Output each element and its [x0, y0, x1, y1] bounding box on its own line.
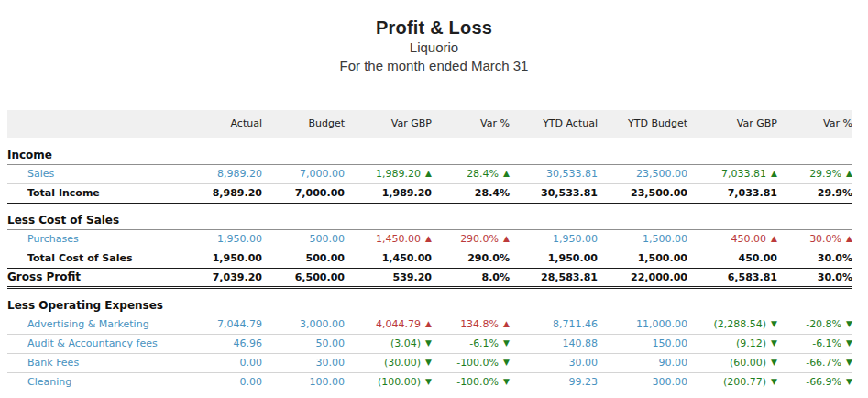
- cell-purchases-ytd-var-pct: 30.0%▲: [777, 229, 852, 249]
- cell-purchases-ytd-var-gbp: 450.00▲: [687, 229, 777, 249]
- value-ytd-var-pct: 29.9%: [818, 187, 852, 199]
- value-var-pct: -100.0%: [456, 357, 499, 369]
- column-header-ytd-budget: YTD Budget: [598, 110, 687, 138]
- cell-gross-profit-ytd-var-pct: 30.0%: [777, 268, 852, 287]
- row-purchases: Purchases1,950.00500.001,450.00▲290.0%▲1…: [7, 229, 852, 249]
- down-arrow-icon: ▼: [771, 378, 777, 386]
- cell-cleaning-actual[interactable]: 0.00: [204, 372, 262, 392]
- cell-advertising-marketing-ytd-actual[interactable]: 8,711.46: [510, 315, 598, 334]
- value-budget: 500.00: [310, 233, 346, 245]
- value-var-gbp: 1,989.20: [376, 168, 421, 180]
- cell-total-cost-of-sales-ytd-var-gbp: 450.00: [687, 249, 777, 268]
- cell-sales-actual[interactable]: 8,989.20: [204, 164, 262, 183]
- cell-gross-profit-budget: 6,500.00: [262, 268, 345, 287]
- value-budget: 50.00: [316, 337, 346, 349]
- up-arrow-icon: ▲: [846, 170, 852, 178]
- cell-audit-accountancy-fees-ytd-var-gbp: (9.12)▼: [687, 334, 777, 353]
- account-link-advertising-marketing[interactable]: Advertising & Marketing: [7, 315, 204, 334]
- value-budget: 30.00: [316, 357, 346, 369]
- cell-sales-ytd-actual[interactable]: 30,533.81: [510, 164, 598, 183]
- cell-purchases-budget[interactable]: 500.00: [262, 229, 345, 249]
- total-label-total-cost-of-sales: Total Cost of Sales: [7, 249, 204, 268]
- row-bank-fees: Bank Fees0.0030.00(30.00)▼-100.0%▼30.009…: [7, 353, 852, 372]
- cell-gross-profit-ytd-budget: 22,000.00: [598, 268, 687, 287]
- value-ytd-var-pct: 30.0%: [818, 252, 852, 264]
- down-arrow-icon: ▼: [846, 378, 852, 386]
- report-title: Profit & Loss: [0, 17, 868, 39]
- cell-sales-ytd-budget[interactable]: 23,500.00: [598, 164, 687, 183]
- cell-total-income-ytd-actual: 30,533.81: [510, 183, 598, 203]
- cell-sales-ytd-var-pct: 29.9%▲: [777, 164, 852, 183]
- cell-audit-accountancy-fees-actual[interactable]: 46.96: [204, 334, 262, 353]
- up-arrow-icon: ▲: [503, 170, 510, 178]
- down-arrow-icon: ▼: [846, 359, 852, 367]
- cell-gross-profit-var-gbp: 539.20: [345, 268, 432, 287]
- row-advertising-marketing: Advertising & Marketing7,044.793,000.004…: [7, 315, 852, 334]
- cell-purchases-actual[interactable]: 1,950.00: [204, 229, 262, 249]
- value-ytd-var-pct: -66.7%: [806, 357, 841, 369]
- value-ytd-var-gbp: 7,033.81: [721, 168, 766, 180]
- value-actual: 8,989.20: [217, 168, 262, 180]
- account-link-purchases[interactable]: Purchases: [7, 229, 204, 249]
- cell-total-cost-of-sales-ytd-budget: 1,500.00: [598, 249, 687, 268]
- value-ytd-var-pct: 30.0%: [809, 233, 841, 245]
- down-arrow-icon: ▼: [425, 339, 432, 348]
- value-ytd-actual: 28,583.81: [541, 271, 598, 283]
- down-arrow-icon: ▼: [771, 339, 777, 348]
- report-period: For the month ended March 31: [0, 57, 868, 75]
- cell-cleaning-ytd-actual[interactable]: 99.23: [510, 372, 598, 392]
- value-ytd-var-pct: -66.9%: [806, 376, 841, 388]
- column-header-account: [7, 110, 204, 138]
- cell-advertising-marketing-ytd-budget[interactable]: 11,000.00: [598, 315, 687, 334]
- cell-purchases-ytd-actual[interactable]: 1,950.00: [510, 229, 598, 249]
- value-ytd-actual: 1,950.00: [548, 252, 598, 264]
- value-ytd-var-gbp: (200.77): [723, 376, 766, 388]
- down-arrow-icon: ▼: [425, 359, 432, 367]
- value-var-gbp: 539.20: [393, 271, 432, 283]
- value-ytd-var-pct: 29.9%: [809, 168, 841, 180]
- cell-total-income-ytd-var-pct: 29.9%: [777, 183, 852, 203]
- up-arrow-icon: ▲: [425, 235, 432, 243]
- cell-advertising-marketing-actual[interactable]: 7,044.79: [204, 315, 262, 334]
- value-ytd-actual: 30,533.81: [546, 168, 598, 180]
- cell-audit-accountancy-fees-budget[interactable]: 50.00: [262, 334, 345, 353]
- account-link-cleaning[interactable]: Cleaning: [7, 372, 204, 392]
- cell-audit-accountancy-fees-ytd-var-pct: -6.1%▼: [777, 334, 852, 353]
- cell-bank-fees-actual[interactable]: 0.00: [204, 353, 262, 372]
- cell-total-income-actual: 8,989.20: [204, 183, 262, 203]
- value-var-gbp: 4,044.79: [376, 318, 421, 330]
- value-actual: 0.00: [240, 357, 263, 369]
- cell-sales-var-gbp: 1,989.20▲: [345, 164, 432, 183]
- down-arrow-icon: ▼: [771, 359, 777, 367]
- cell-total-income-var-pct: 28.4%: [432, 183, 510, 203]
- cell-audit-accountancy-fees-ytd-budget[interactable]: 150.00: [598, 334, 687, 353]
- cell-cleaning-ytd-budget[interactable]: 300.00: [598, 372, 687, 392]
- cell-purchases-ytd-budget[interactable]: 1,500.00: [598, 229, 687, 249]
- cell-bank-fees-budget[interactable]: 30.00: [262, 353, 345, 372]
- value-ytd-budget: 23,500.00: [636, 168, 687, 180]
- value-ytd-budget: 1,500.00: [638, 252, 687, 264]
- cell-cleaning-budget[interactable]: 100.00: [262, 372, 345, 392]
- column-header-var-gbp: Var GBP: [345, 110, 432, 138]
- section-title-less-cost-of-sales: Less Cost of Sales: [7, 203, 852, 229]
- cell-audit-accountancy-fees-ytd-actual[interactable]: 140.88: [510, 334, 598, 353]
- cell-gross-profit-var-pct: 8.0%: [432, 268, 510, 287]
- cell-sales-budget[interactable]: 7,000.00: [262, 164, 345, 183]
- value-ytd-budget: 1,500.00: [643, 233, 687, 245]
- value-ytd-var-gbp: (9.12): [736, 337, 766, 349]
- account-link-audit-accountancy-fees[interactable]: Audit & Accountancy fees: [7, 334, 204, 353]
- account-link-sales[interactable]: Sales: [7, 164, 204, 183]
- cell-bank-fees-ytd-budget[interactable]: 90.00: [598, 353, 687, 372]
- cell-bank-fees-ytd-actual[interactable]: 30.00: [510, 353, 598, 372]
- down-arrow-icon: ▼: [503, 378, 510, 386]
- total-label-gross-profit: Gross Profit: [7, 268, 204, 287]
- column-header-ytd-var-gbp: Var GBP: [687, 110, 777, 138]
- cell-sales-var-pct: 28.4%▲: [432, 164, 510, 183]
- value-var-gbp: (30.00): [384, 357, 421, 369]
- row-audit-accountancy-fees: Audit & Accountancy fees46.9650.00(3.04)…: [7, 334, 852, 353]
- account-link-bank-fees[interactable]: Bank Fees: [7, 353, 204, 372]
- value-var-pct: 28.4%: [467, 168, 499, 180]
- cell-advertising-marketing-budget[interactable]: 3,000.00: [262, 315, 345, 334]
- cell-total-cost-of-sales-budget: 500.00: [262, 249, 345, 268]
- row-less-cost-of-sales: Less Cost of Sales: [7, 203, 852, 229]
